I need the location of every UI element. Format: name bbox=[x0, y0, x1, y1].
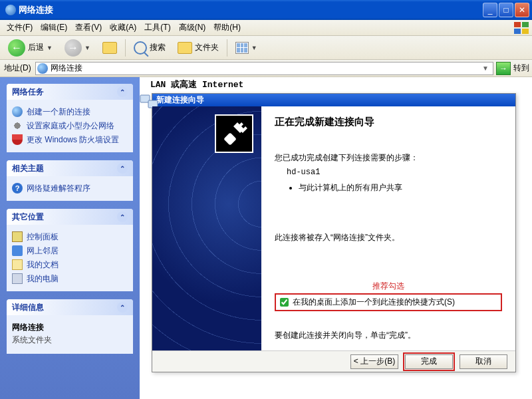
toolbar: ← 后退 ▼ → ▼ 搜索 文件夹 ▼ bbox=[0, 36, 532, 60]
minimize-button[interactable]: _ bbox=[483, 3, 497, 17]
collapse-icon[interactable]: ⌃ bbox=[117, 211, 128, 222]
wizard-button-bar: < 上一步(B) 完成 取消 bbox=[152, 350, 515, 372]
close-button[interactable]: ✕ bbox=[515, 3, 529, 17]
panel-head[interactable]: 其它位置 ⌃ bbox=[7, 209, 133, 225]
item-label: 创建一个新的连接 bbox=[27, 106, 90, 118]
forward-button[interactable]: → ▼ bbox=[61, 37, 94, 59]
menu-file[interactable]: 文件(F) bbox=[3, 21, 37, 35]
toolbar-separator bbox=[227, 39, 227, 57]
svg-rect-1 bbox=[522, 22, 529, 27]
folders-button[interactable]: 文件夹 bbox=[174, 39, 223, 57]
shield-icon bbox=[12, 134, 23, 145]
panel-head[interactable]: 网络任务 ⌃ bbox=[7, 84, 133, 100]
link-network-places[interactable]: 网上邻居 bbox=[12, 244, 128, 258]
folders-label: 文件夹 bbox=[195, 42, 219, 53]
wizard-bullet: 与此计算机上的所有用户共享 bbox=[299, 182, 502, 194]
wizard-title: 新建连接向导 bbox=[156, 94, 204, 106]
help-icon: ? bbox=[12, 183, 23, 194]
plug-icon bbox=[215, 114, 253, 153]
wizard-content: 正在完成新建连接向导 您已成功完成创建下列连接需要的步骤： hd-usa1 与此… bbox=[261, 106, 515, 350]
address-icon bbox=[37, 63, 48, 74]
back-button[interactable]: < 上一步(B) bbox=[350, 354, 398, 369]
menu-tools[interactable]: 工具(T) bbox=[140, 21, 174, 35]
task-firewall[interactable]: 更改 Windows 防火墙设置 bbox=[12, 133, 128, 147]
menu-view[interactable]: 查看(V) bbox=[71, 21, 106, 35]
views-button[interactable]: ▼ bbox=[231, 39, 261, 57]
search-button[interactable]: 搜索 bbox=[130, 39, 170, 57]
documents-icon bbox=[12, 259, 23, 270]
app-icon bbox=[5, 5, 16, 15]
wizard-line1: 您已成功完成创建下列连接需要的步骤： bbox=[275, 152, 502, 164]
address-bar: 地址(D) 网络连接 ▼ → 转到 bbox=[0, 60, 532, 77]
menu-favorites[interactable]: 收藏(A) bbox=[106, 21, 140, 35]
collapse-icon[interactable]: ⌃ bbox=[117, 302, 128, 313]
back-button[interactable]: ← 后退 ▼ bbox=[4, 37, 57, 59]
section-label: LAN 或高速 Internet bbox=[150, 78, 243, 90]
menu-advanced[interactable]: 高级(N) bbox=[175, 21, 210, 35]
svg-rect-0 bbox=[514, 22, 521, 27]
link-control-panel[interactable]: 控制面板 bbox=[12, 230, 128, 244]
go-button[interactable]: → bbox=[496, 62, 511, 75]
views-icon bbox=[235, 42, 249, 54]
item-label: 我的电脑 bbox=[27, 273, 59, 285]
menu-bar: 文件(F) 编辑(E) 查看(V) 收藏(A) 工具(T) 高级(N) 帮助(H… bbox=[0, 20, 532, 36]
panel-title: 网络任务 bbox=[12, 86, 44, 98]
up-button[interactable] bbox=[98, 39, 121, 57]
link-my-documents[interactable]: 我的文档 bbox=[12, 258, 128, 272]
wizard-dialog: 新建连接向导 正在完成新建连接向导 您已成功完成创建下列连接需要的步骤： hd-… bbox=[152, 93, 516, 372]
wizard-hero bbox=[152, 106, 261, 350]
address-value: 网络连接 bbox=[51, 63, 82, 74]
panel-other-places: 其它位置 ⌃ 控制面板 网上邻居 我的文档 我的电脑 bbox=[7, 209, 133, 291]
cancel-button[interactable]: 取消 bbox=[460, 354, 507, 369]
panel-see-also: 相关主题 ⌃ ? 网络疑难解答程序 bbox=[7, 160, 133, 201]
network-places-icon bbox=[12, 245, 23, 256]
collapse-icon[interactable]: ⌃ bbox=[117, 163, 128, 174]
finish-button[interactable]: 完成 bbox=[405, 354, 453, 369]
item-label: 网络疑难解答程序 bbox=[27, 183, 90, 194]
shortcut-checkbox-row[interactable]: 在我的桌面上添加一个到此连接的快捷方式(S) bbox=[275, 293, 502, 311]
panel-head[interactable]: 详细信息 ⌃ bbox=[7, 299, 133, 315]
address-input[interactable]: 网络连接 ▼ bbox=[35, 62, 493, 75]
item-label: 网上邻居 bbox=[27, 245, 59, 257]
task-new-connection[interactable]: 创建一个新的连接 bbox=[12, 105, 128, 119]
back-dropdown-icon[interactable]: ▼ bbox=[47, 45, 53, 51]
views-dropdown-icon[interactable]: ▼ bbox=[251, 45, 257, 51]
side-panel: 网络任务 ⌃ 创建一个新的连接 设置家庭或小型办公网络 更改 Windows 防… bbox=[0, 77, 140, 399]
panel-title: 相关主题 bbox=[12, 163, 44, 174]
panel-details: 详细信息 ⌃ 网络连接 系统文件夹 bbox=[7, 299, 133, 354]
wizard-annotation: 推荐勾选 bbox=[275, 281, 502, 292]
search-label: 搜索 bbox=[150, 42, 166, 53]
computer-icon bbox=[12, 273, 23, 284]
search-icon bbox=[134, 41, 147, 55]
item-label: 我的文档 bbox=[27, 259, 59, 271]
back-arrow-icon: ← bbox=[8, 39, 25, 57]
details-name: 网络连接 bbox=[12, 321, 128, 334]
collapse-icon[interactable]: ⌃ bbox=[117, 86, 128, 97]
menu-edit[interactable]: 编辑(E) bbox=[37, 21, 71, 35]
item-label: 设置家庭或小型办公网络 bbox=[27, 120, 114, 132]
item-label: 更改 Windows 防火墙设置 bbox=[27, 134, 119, 146]
link-my-computer[interactable]: 我的电脑 bbox=[12, 272, 128, 286]
content-area: LAN 或高速 Internet 新建连接向导 正在完成新建连接向导 您已成功完… bbox=[140, 77, 532, 399]
menu-help[interactable]: 帮助(H) bbox=[209, 21, 245, 35]
forward-dropdown-icon[interactable]: ▼ bbox=[84, 45, 90, 51]
go-label: 转到 bbox=[513, 63, 529, 74]
wizard-heading: 正在完成新建连接向导 bbox=[275, 116, 502, 128]
gears-icon bbox=[12, 120, 23, 131]
panel-network-tasks: 网络任务 ⌃ 创建一个新的连接 设置家庭或小型办公网络 更改 Windows 防… bbox=[7, 84, 133, 152]
control-panel-icon bbox=[12, 231, 23, 242]
panel-title: 其它位置 bbox=[12, 211, 44, 223]
wizard-line2: 此连接将被存入“网络连接”文件夹。 bbox=[275, 232, 502, 243]
task-setup-network[interactable]: 设置家庭或小型办公网络 bbox=[12, 119, 128, 133]
link-troubleshooter[interactable]: ? 网络疑难解答程序 bbox=[12, 182, 128, 196]
details-type: 系统文件夹 bbox=[12, 334, 128, 348]
panel-head[interactable]: 相关主题 ⌃ bbox=[7, 160, 133, 176]
up-folder-icon bbox=[102, 42, 117, 54]
connection-name: hd-usa1 bbox=[287, 168, 502, 177]
panel-title: 详细信息 bbox=[12, 302, 44, 313]
svg-rect-2 bbox=[514, 29, 521, 34]
wizard-line3: 要创建此连接并关闭向导，单击“完成”。 bbox=[275, 330, 502, 341]
maximize-button[interactable]: □ bbox=[499, 3, 513, 17]
address-dropdown-icon[interactable]: ▼ bbox=[479, 65, 491, 72]
shortcut-checkbox[interactable] bbox=[280, 298, 289, 307]
